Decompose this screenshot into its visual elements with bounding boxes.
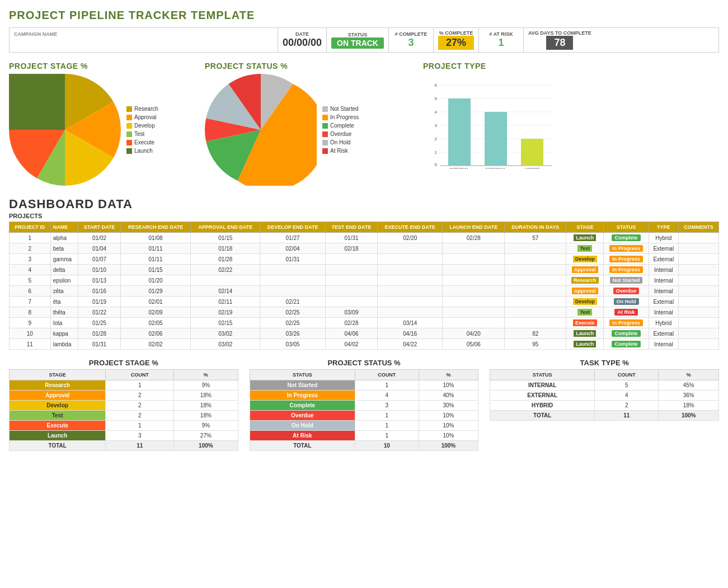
cell-launch (443, 243, 505, 254)
cell-name: Iota (50, 318, 78, 328)
stage-cell-count: 3 (106, 431, 174, 441)
stage-cell-count: 2 (106, 401, 174, 411)
cell-id: 11 (10, 339, 51, 350)
dashboard-section: DASHBOARD DATA PROJECTS PROJECT ID NAME … (9, 197, 719, 350)
cell-stage: Develop (566, 297, 604, 307)
header-bar: CAMPAIGN NAME DATE 00/00/00 STATUS ON TR… (9, 27, 719, 53)
type-summary-row: HYBRID 2 18% (490, 401, 719, 411)
svg-text:2: 2 (435, 137, 438, 142)
stage-badge: Launch (574, 330, 596, 337)
cell-duration (505, 265, 566, 275)
cell-start: 01/02 (78, 233, 121, 243)
legend-inprogress: In Progress (322, 114, 359, 120)
status-cell-name: At Risk (250, 431, 355, 441)
cell-test: 04/06 (325, 328, 377, 339)
cell-name: gamma (50, 254, 78, 265)
th-type: TYPE (649, 222, 678, 233)
cell-stage: Test (566, 243, 604, 254)
table-row: 3 gamma 01/07 01/11 01/28 01/31 Develop … (10, 254, 719, 265)
cell-execute (378, 307, 443, 318)
stage-summary-title: PROJECT STAGE % (9, 359, 238, 367)
metrics-row: DATE 00/00/00 STATUS ON TRACK # COMPLETE… (278, 28, 718, 52)
cell-comments (678, 243, 718, 254)
legend-research: Research (126, 106, 158, 112)
cell-duration: 57 (505, 233, 566, 243)
status-summary-row: Overdue 1 10% (250, 411, 478, 421)
stage-badge: Test (577, 309, 592, 316)
approval-dot (126, 115, 132, 120)
cell-launch (443, 297, 505, 307)
cell-status: In Progress (604, 265, 649, 275)
cell-develop: 02/21 (260, 297, 326, 307)
svg-text:6: 6 (435, 83, 438, 88)
legend-overdue: Overdue (322, 131, 359, 137)
table-row: 6 zêta 01/16 01/29 02/14 Approval Overdu… (10, 286, 719, 297)
develop-dot (126, 123, 132, 129)
stage-badge: Launch (574, 341, 596, 347)
stage-cell-name: Launch (10, 431, 106, 441)
stage-pie-chart (9, 74, 121, 186)
bar-internal (448, 98, 471, 166)
research-dot (126, 106, 132, 112)
cell-type: Internal (649, 307, 678, 318)
type-summary-section: TASK TYPE % STATUS COUNT % INTERNAL 5 45… (490, 359, 719, 451)
th-start: START DATE (78, 222, 121, 233)
cell-execute: 04/16 (378, 328, 443, 339)
table-row: 7 êta 01/19 02/01 02/11 02/21 Develop On… (10, 297, 719, 307)
cell-name: epsilon (50, 275, 78, 286)
cell-name: zêta (50, 286, 78, 297)
status-cell-count: 1 (355, 380, 419, 391)
cell-test: 01/31 (325, 233, 377, 243)
page-title: PROJECT PIPELINE TRACKER TEMPLATE (9, 9, 719, 22)
cell-id: 4 (10, 265, 51, 275)
cell-execute (378, 297, 443, 307)
stage-summary-row: Develop 2 18% (10, 401, 238, 411)
cell-test: 02/28 (325, 318, 377, 328)
cell-develop (260, 286, 326, 297)
cell-start: 01/04 (78, 243, 121, 254)
status-pie-chart (205, 74, 317, 186)
cell-execute (378, 286, 443, 297)
cell-launch: 05/06 (443, 339, 505, 350)
cell-type: Internal (649, 265, 678, 275)
stage-cell-name: Approval (10, 391, 106, 401)
cell-launch (443, 265, 505, 275)
stage-badge: Develop (573, 298, 597, 305)
cell-execute (378, 243, 443, 254)
status-cell-name: Overdue (250, 411, 355, 421)
stage-cell-count: 1 (106, 380, 174, 391)
cell-research: 01/29 (120, 286, 191, 297)
legend-atrisk: At Risk (322, 148, 359, 154)
status-cell-name: On Hold (250, 421, 355, 431)
status-badge: In Progress (609, 256, 643, 262)
avg-days-metric: AVG DAYS TO COMPLETE 78 (524, 28, 596, 52)
cell-start: 01/25 (78, 318, 121, 328)
legend-execute: Execute (126, 139, 158, 145)
stage-th-stage: STAGE (10, 370, 106, 380)
cell-stage: Execute (566, 318, 604, 328)
cell-research: 02/09 (120, 307, 191, 318)
cell-launch: 02/28 (443, 233, 505, 243)
bar-chart: 6 5 4 3 2 1 0 INTERNAL EXTERNAL HYBRID (423, 74, 569, 176)
stage-cell-pct: 18% (174, 401, 238, 411)
stage-summary-table: STAGE COUNT % Research 1 9% Approval 2 1… (9, 369, 238, 451)
status-cell-count: 1 (355, 421, 419, 431)
dashboard-title: DASHBOARD DATA (9, 197, 719, 211)
th-execute: EXECUTE END DATE (378, 222, 443, 233)
oh-dot (322, 140, 328, 145)
cell-launch (443, 254, 505, 265)
status-chart-title: PROJECT STATUS % (205, 62, 417, 70)
cell-start: 01/22 (78, 307, 121, 318)
stage-th-pct: % (174, 370, 238, 380)
th-launch: LAUNCH END DATE (443, 222, 505, 233)
cell-start: 01/28 (78, 328, 121, 339)
cell-start: 01/07 (78, 254, 121, 265)
status-badge: Complete (612, 341, 640, 347)
cell-id: 7 (10, 297, 51, 307)
stage-badge: Develop (573, 256, 597, 262)
status-badge: Overdue (613, 288, 640, 294)
th-stage: STAGE (566, 222, 604, 233)
type-summary-row: EXTERNAL 4 36% (490, 391, 719, 401)
cell-id: 1 (10, 233, 51, 243)
stage-summary-section: PROJECT STAGE % STAGE COUNT % Research 1… (9, 359, 238, 451)
